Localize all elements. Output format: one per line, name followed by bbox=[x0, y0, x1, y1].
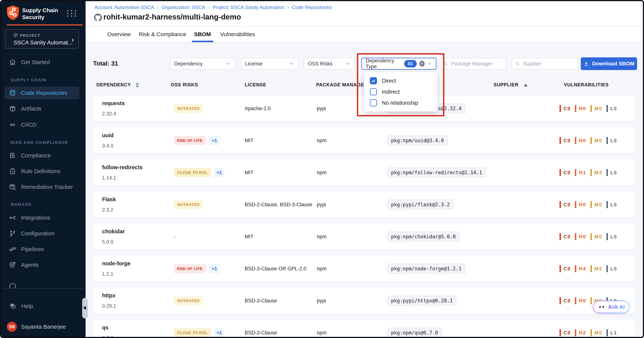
purl-pill: pkg:pypi/flask@2.3.2 bbox=[387, 199, 454, 210]
checkbox-unchecked-icon[interactable] bbox=[370, 99, 377, 106]
user-menu[interactable]: SB Sayanta Banerjee bbox=[1, 320, 86, 333]
ask-ai-label: Ask AI bbox=[608, 304, 625, 310]
risk-more-badge[interactable]: +1 bbox=[214, 168, 224, 177]
sidebar-item-remediation-tracker[interactable]: Remediation Tracker bbox=[1, 181, 86, 193]
sidebar-collapse-handle[interactable] bbox=[82, 298, 88, 319]
risk-badge: OUTDATED bbox=[174, 104, 203, 113]
risk-more-badge[interactable]: +1 bbox=[214, 328, 224, 337]
dependency-version: 1.14.1 bbox=[102, 175, 174, 181]
sidebar-item-label: Configuration bbox=[21, 230, 54, 237]
checkbox-unchecked-icon[interactable] bbox=[370, 88, 377, 95]
active-tab-underline bbox=[192, 41, 214, 42]
risk-more-badge[interactable]: +1 bbox=[209, 264, 220, 273]
total-count: Total: 31 bbox=[93, 60, 118, 67]
column-header-package-manager[interactable]: PACKAGE MANAGER bbox=[316, 82, 368, 88]
supply-chain-security-logo-icon bbox=[6, 5, 20, 21]
license: BSD-3-Clause OR GPL-2.0 bbox=[245, 266, 317, 272]
sidebar-item-agents[interactable]: Agents bbox=[1, 259, 86, 271]
package-manager: npm bbox=[317, 170, 387, 175]
option-indirect[interactable]: Indirect bbox=[364, 88, 438, 95]
column-header-supplier[interactable]: SUPPLIER bbox=[494, 82, 528, 88]
dependency-version: 1.2.1 bbox=[102, 271, 174, 277]
page-title: rohit-kumar2-harness/multi-lang-demo bbox=[104, 13, 241, 21]
sidebar-item-artifacts[interactable]: Artifacts bbox=[1, 102, 86, 115]
module-grid-icon[interactable] bbox=[67, 10, 77, 17]
breadcrumb-project[interactable]: Project: SSCA Sanity Automation bbox=[213, 4, 284, 10]
tab-overview[interactable]: Overview bbox=[107, 31, 130, 37]
sort-ascending-icon bbox=[524, 84, 528, 86]
tab-sbom[interactable]: SBOM bbox=[194, 31, 211, 37]
license: MIT bbox=[245, 234, 317, 240]
integrations-icon bbox=[9, 214, 16, 221]
ai-robot-icon bbox=[598, 303, 606, 311]
oss-risks-filter-select[interactable]: OSS Risks bbox=[304, 58, 354, 70]
option-direct[interactable]: Direct bbox=[364, 77, 438, 84]
package-manager: pypi bbox=[317, 202, 387, 208]
purl-pill: pkg:npm/follow-redirects@1.14.1 bbox=[387, 168, 486, 178]
risk-more-badge[interactable]: +1 bbox=[209, 136, 220, 145]
option-no-relationship[interactable]: No relationship bbox=[364, 99, 438, 106]
dependency-type-filter-select[interactable]: Dependency Type 01 × bbox=[362, 58, 436, 70]
dependency-version: 2.32.4 bbox=[102, 111, 174, 117]
sidebar-item-label: Get Started bbox=[21, 59, 50, 65]
ask-ai-button[interactable]: Ask AI bbox=[593, 301, 630, 313]
dependency-name: qs bbox=[102, 325, 174, 331]
table-row[interactable]: uuid3.4.0 END OF LIFE+1 MIT npm pkg:npm/… bbox=[93, 127, 635, 154]
selected-count-badge: 01 bbox=[404, 60, 417, 67]
avatar: SB bbox=[7, 322, 17, 332]
sidebar-item-label: Integrations bbox=[21, 214, 50, 221]
project-selector[interactable]: PROJECT SSCA Sanity Automat... › bbox=[5, 29, 79, 49]
download-sbom-button[interactable]: Download SBOM bbox=[581, 57, 637, 70]
sidebar-item-label: Pipelines bbox=[21, 246, 44, 252]
sort-icon[interactable] bbox=[136, 83, 139, 88]
table-row[interactable]: follow-redirects1.14.1 CLOSE TO EOL+1 MI… bbox=[93, 160, 635, 186]
svg-text:?: ? bbox=[12, 304, 13, 307]
table-row[interactable]: chokidar5.0.0 - MIT npm pkg:npm/chokidar… bbox=[93, 223, 635, 250]
package-manager-search-input[interactable] bbox=[451, 61, 502, 67]
supplier-search-input[interactable] bbox=[522, 61, 574, 67]
dependency-name: uuid bbox=[102, 132, 174, 139]
dependency-version: 6.7.0 bbox=[102, 335, 174, 338]
checkbox-checked-icon[interactable] bbox=[370, 77, 377, 84]
risk-badge: END OF LIFE bbox=[174, 264, 206, 273]
document-search-icon bbox=[9, 152, 16, 159]
configuration-icon bbox=[9, 230, 16, 237]
shield-gear-icon bbox=[9, 261, 16, 269]
breadcrumb-account[interactable]: Account: Automation-SSCA bbox=[94, 4, 154, 10]
tab-risk-compliance[interactable]: Risk & Compliance bbox=[139, 31, 186, 37]
sidebar-item-compliance[interactable]: Compliance bbox=[1, 149, 86, 162]
table-row[interactable]: node-forge1.2.1 END OF LIFE+1 BSD-3-Clau… bbox=[93, 256, 635, 282]
download-icon bbox=[584, 61, 589, 66]
sidebar-item-pipelines[interactable]: Pipelines bbox=[1, 243, 86, 256]
clear-filter-icon[interactable]: × bbox=[420, 61, 425, 67]
sidebar-section-supply-chain: SUPPLY CHAIN bbox=[10, 78, 46, 82]
breadcrumb-organization[interactable]: Organization: SSCA bbox=[162, 4, 205, 10]
sidebar-item-code-repositories[interactable]: Code Repositories bbox=[4, 87, 80, 99]
column-header-oss-risks[interactable]: OSS RISKS bbox=[171, 82, 198, 88]
package-manager: pypi bbox=[317, 298, 387, 304]
dependency-version: 0.28.1 bbox=[102, 303, 174, 309]
table-row[interactable]: Flask2.3.2 OUTDATED BSD-2-Clause, BSD-3-… bbox=[93, 191, 635, 218]
column-header-dependency[interactable]: DEPENDENCY bbox=[96, 82, 139, 88]
sidebar-item-rule-definitions[interactable]: Rule Definitions bbox=[1, 165, 86, 178]
app-window: Supply Chain Security PROJECT SSCA Sanit… bbox=[0, 0, 644, 338]
license-filter-select[interactable]: License bbox=[241, 58, 298, 70]
breadcrumb-code-repositories[interactable]: Code Repositories bbox=[292, 4, 332, 10]
table-row[interactable]: httpx0.28.1 OUTDATED BSD-3-Clause pypi p… bbox=[93, 288, 635, 314]
chevron-separator: › bbox=[157, 5, 158, 10]
sidebar-item-cicd[interactable]: CI/CD bbox=[1, 118, 86, 131]
vulnerability-counts: C0 H2 M0 L1 bbox=[560, 329, 635, 336]
sidebar-section-manage: MANAGE bbox=[10, 202, 32, 207]
table-row[interactable]: qs6.7.0 CLOSE TO EOL+1 BSD-3-Clause npm … bbox=[93, 320, 635, 338]
sidebar-item-help[interactable]: ? Help bbox=[1, 300, 86, 313]
download-sbom-label: Download SBOM bbox=[592, 61, 634, 67]
dependency-filter-select[interactable]: Dependency bbox=[170, 58, 235, 70]
column-header-license[interactable]: LICENSE bbox=[245, 82, 266, 88]
sidebar-item-integrations[interactable]: Integrations bbox=[1, 211, 86, 224]
select-label: License bbox=[245, 61, 262, 67]
column-header-vulnerabilities[interactable]: VULNERABILITIES bbox=[564, 82, 609, 88]
tab-vulnerabilities[interactable]: Vulnerabilities bbox=[220, 31, 255, 37]
sidebar-item-get-started[interactable]: Get Started bbox=[1, 56, 86, 69]
sidebar-item-configuration[interactable]: Configuration bbox=[1, 227, 86, 240]
supplier-search bbox=[512, 58, 578, 70]
